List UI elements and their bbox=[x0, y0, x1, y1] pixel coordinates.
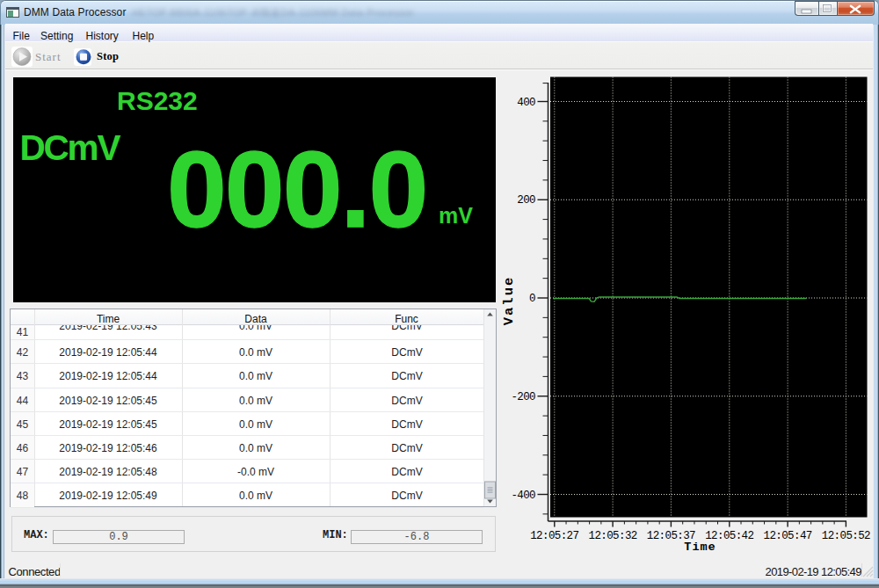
svg-text:200: 200 bbox=[517, 194, 535, 207]
svg-text:12:05:27: 12:05:27 bbox=[530, 530, 578, 542]
svg-text:12:05:32: 12:05:32 bbox=[588, 530, 636, 542]
svg-text:12:05:52: 12:05:52 bbox=[822, 530, 870, 542]
svg-text:-200: -200 bbox=[511, 391, 535, 403]
svg-text:400: 400 bbox=[517, 97, 535, 109]
svg-text:0: 0 bbox=[529, 293, 535, 305]
svg-text:Value: Value bbox=[501, 276, 517, 326]
svg-text:12:05:47: 12:05:47 bbox=[763, 530, 811, 542]
svg-text:Time: Time bbox=[684, 541, 716, 554]
svg-text:-400: -400 bbox=[511, 490, 535, 502]
